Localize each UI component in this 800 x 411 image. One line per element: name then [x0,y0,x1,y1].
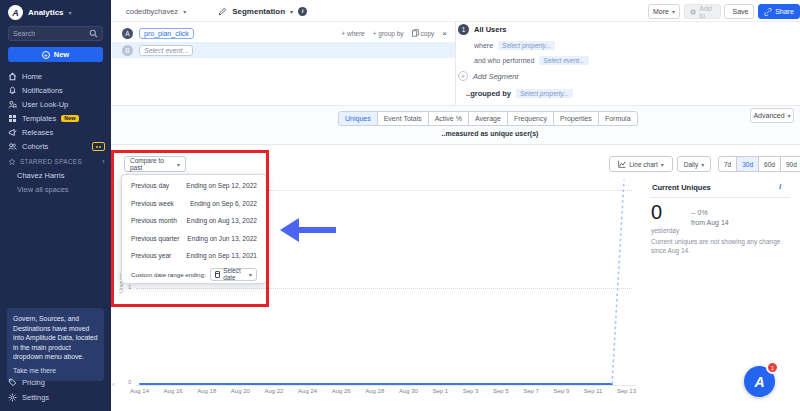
add-segment-plus-icon[interactable]: + [458,71,468,81]
star-icon [8,158,16,166]
compare-option-label: Previous month [131,217,177,224]
share-button[interactable]: Share [758,4,800,19]
tab-frequency[interactable]: Frequency [507,111,554,126]
x-tick-label: Sep 11 [584,388,603,394]
event-a-chip[interactable]: pro_plan_click [139,28,194,39]
grouped-by-select-property-chip[interactable]: Select property... [516,89,573,98]
starred-space-chavez-harris[interactable]: Chavez Harris [17,171,65,180]
sidebar-collapse-handle[interactable]: ‹ [112,380,115,389]
x-tick-label: Aug 30 [399,388,418,394]
share-label: Share [775,8,794,15]
tab-formula[interactable]: Formula [598,111,638,126]
starred-spaces-label: STARRED SPACES [20,158,82,165]
interval-button[interactable]: Daily ▾ [677,156,711,172]
starred-spaces-header[interactable]: STARRED SPACES › [8,157,105,166]
tab-active-pct[interactable]: Active % [428,111,469,126]
add-group-by-link[interactable]: + group by [373,30,404,37]
chevron-down-icon: ▾ [183,8,186,15]
plus-circle-icon [690,8,696,16]
chevron-down-icon: ▾ [177,161,180,168]
sidebar-item-releases[interactable]: Releases [0,126,111,139]
new-feature-badge: New [61,115,78,122]
compare-option-ending: Ending on Jun 13, 2022 [187,235,257,242]
sidebar-item-pricing[interactable]: Pricing [0,376,111,389]
event-row-b[interactable]: B Select event... [112,42,455,58]
sidebar-item-cohorts[interactable]: Cohorts [0,140,111,153]
advanced-label: Advanced [753,112,784,119]
compare-to-past-button[interactable]: Compare to past ▾ [124,156,186,172]
grouped-by-label: ..grouped by [466,89,511,98]
select-property-chip[interactable]: Select property... [498,41,555,50]
edit-pencil-icon [218,7,227,16]
select-date-button[interactable]: Select date ▾ [210,268,257,281]
tab-properties[interactable]: Properties [553,111,599,126]
brand[interactable]: A Analytics ▾ [8,5,72,20]
take-me-there-link[interactable]: Take me there [13,366,98,376]
panel-divider [455,22,456,106]
range-30d[interactable]: 30d [736,156,759,172]
chart-type-button[interactable]: Line chart ▾ [609,156,673,172]
compare-menu-item[interactable]: Previous day Ending on Sep 12, 2022 [122,177,266,195]
tab-average[interactable]: Average [468,111,508,126]
releases-icon [8,128,17,137]
range-60d[interactable]: 60d [758,156,781,172]
tab-uniques[interactable]: Uniques [338,111,378,126]
sidebar-item-home[interactable]: Home [0,70,111,83]
segment-name[interactable]: All Users [474,25,507,34]
save-button[interactable]: Save [724,4,754,19]
gear-icon [8,393,17,402]
current-uniques-from: from Aug 14 [691,219,729,226]
compare-menu-item[interactable]: Previous year Ending on Sep 13, 2021 [122,247,266,265]
chevron-down-icon: ▾ [249,271,252,278]
workspace-selector[interactable]: codedbychavez [126,7,178,16]
search-icon [89,29,98,38]
new-button[interactable]: + New [8,47,103,62]
advanced-button[interactable]: Advanced ▾ [750,108,794,123]
range-90d[interactable]: 90d [780,156,800,172]
performed-label: and who performed [474,57,534,64]
compare-menu-item[interactable]: Previous quarter Ending on Jun 13, 2022 [122,230,266,248]
compare-menu-item[interactable]: Previous week Ending on Sep 6, 2022 [122,195,266,213]
add-to-label: Add to [699,5,715,19]
sidebar-item-label: Releases [22,128,53,137]
copy-link[interactable]: copy [412,29,435,37]
x-tick-label: Sep 3 [463,388,479,394]
current-uniques-note: Current uniques are not showing any chan… [651,237,791,256]
sidebar-item-label: User Look-Up [22,100,68,109]
compare-custom-row: Custom date range ending: Select date ▾ [122,265,266,284]
tab-event-totals[interactable]: Event Totals [377,111,429,126]
sidebar-item-user-look-up[interactable]: User Look-Up [0,98,111,111]
current-uniques-period: yesterday [651,227,679,234]
sidebar-item-notifications[interactable]: Notifications [0,84,111,97]
add-where-link[interactable]: + where [341,30,364,37]
add-segment-link[interactable]: Add Segment [473,72,518,81]
amplitude-chat-logo-icon: A [754,374,764,390]
view-name-dropdown[interactable]: Segmentation [232,7,285,16]
sidebar: A Analytics ▾ + New Home Notifications U… [0,0,111,411]
chevron-down-icon: ▾ [672,8,675,15]
current-uniques-title: Current Uniques [652,183,711,192]
info-icon[interactable]: i [298,7,307,16]
plus-icon: + [42,51,50,59]
compare-option-ending: Ending on Sep 6, 2022 [190,200,257,207]
current-uniques-info-icon[interactable]: i [779,182,781,191]
select-event-chip[interactable]: Select event... [539,56,588,65]
x-tick-label: Aug 22 [264,388,283,394]
compare-menu-item[interactable]: Previous month Ending on Aug 13, 2022 [122,212,266,230]
view-all-spaces-link[interactable]: View all spaces [17,185,69,194]
x-tick-label: Aug 26 [332,388,351,394]
segment-panel: 1 All Users where Select property... and… [458,24,788,104]
sidebar-item-templates[interactable]: Templates New [0,112,111,125]
sidebar-search[interactable] [8,26,103,41]
select-event-chip[interactable]: Select event... [139,45,193,56]
sidebar-item-settings[interactable]: Settings [0,391,111,404]
y-tick-1: 1 [128,284,131,290]
chevron-down-icon: ▾ [69,9,72,16]
event-b-badge: B [122,45,133,56]
more-button[interactable]: More ▾ [648,4,680,19]
remove-event-button[interactable]: × [442,29,447,38]
amplitude-logo-icon: A [8,5,23,20]
segment-badge: 1 [458,24,469,35]
range-7d[interactable]: 7d [718,156,737,172]
search-input[interactable] [13,30,89,37]
